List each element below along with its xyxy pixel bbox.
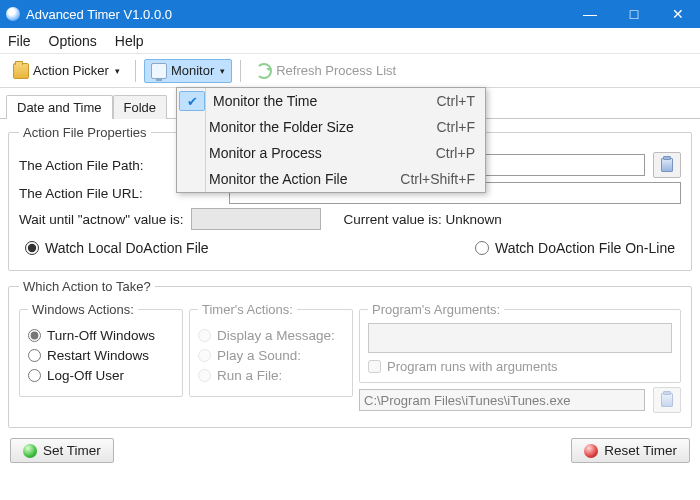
monitor-button[interactable]: Monitor ▾ (144, 59, 232, 83)
folder-icon (13, 63, 29, 79)
menuitem-monitor-action-file[interactable]: Monitor the Action File Ctrl+Shift+F (177, 166, 485, 192)
caret-down-icon: ▾ (220, 66, 225, 76)
inner-legend: Windows Actions: (28, 302, 138, 317)
radio-label: Play a Sound: (217, 348, 301, 363)
inner-legend: Timer's Actions: (198, 302, 297, 317)
button-label: Set Timer (43, 443, 101, 458)
radio-watch-local-label: Watch Local DoAction File (45, 240, 209, 256)
radio-watch-online[interactable]: Watch DoAction File On-Line (475, 240, 675, 256)
textarea-program-arguments (368, 323, 672, 353)
action-picker-button[interactable]: Action Picker ▾ (6, 59, 127, 83)
tab-date-and-time[interactable]: Date and Time (6, 95, 113, 119)
input-run-file-path (359, 389, 645, 411)
monitor-label: Monitor (171, 63, 214, 78)
label-current-value: Current value is: Unknown (343, 212, 501, 227)
maximize-button[interactable]: □ (612, 0, 656, 28)
radio-watch-local-input[interactable] (25, 241, 39, 255)
menuitem-shortcut: Ctrl+Shift+F (400, 171, 475, 187)
file-icon (661, 393, 673, 407)
checkbox-program-runs-with-args-input (368, 360, 381, 373)
toolbar-separator (240, 60, 241, 82)
menuitem-shortcut: Ctrl+F (437, 119, 476, 135)
menuitem-label: Monitor the Action File (203, 171, 400, 187)
menuitem-monitor-time[interactable]: ✔ Monitor the Time Ctrl+T (177, 88, 485, 114)
radio-logoff-user[interactable] (28, 369, 41, 382)
label-wait-until: Wait until "actnow" value is: (19, 212, 183, 227)
menuitem-monitor-folder-size[interactable]: Monitor the Folder Size Ctrl+F (177, 114, 485, 140)
refresh-label: Refresh Process List (276, 63, 396, 78)
group-windows-actions: Windows Actions: Turn-Off Windows Restar… (19, 302, 183, 397)
clear-path-button[interactable] (653, 152, 681, 178)
checkbox-program-runs-with-args: Program runs with arguments (368, 359, 672, 374)
radio-watch-online-label: Watch DoAction File On-Line (495, 240, 675, 256)
browse-file-button (653, 387, 681, 413)
monitor-dropdown: ✔ Monitor the Time Ctrl+T Monitor the Fo… (176, 87, 486, 193)
trash-icon (661, 158, 673, 172)
toolbar-separator (135, 60, 136, 82)
menuitem-label: Monitor the Time (207, 93, 437, 109)
radio-watch-online-input[interactable] (475, 241, 489, 255)
menuitem-shortcut: Ctrl+P (436, 145, 475, 161)
radio-restart-windows[interactable] (28, 349, 41, 362)
radio-turn-off-windows[interactable] (28, 329, 41, 342)
select-actnow-value[interactable] (191, 208, 321, 230)
current-value: Unknown (445, 212, 501, 227)
app-icon (6, 7, 20, 21)
close-button[interactable]: ✕ (656, 0, 700, 28)
dropdown-gutter (205, 88, 206, 192)
monitor-icon (151, 63, 167, 79)
bottom-button-bar: Set Timer Reset Timer (0, 436, 700, 463)
ok-icon (23, 444, 37, 458)
refresh-icon (256, 63, 272, 79)
menu-help[interactable]: Help (115, 33, 144, 49)
window-title: Advanced Timer V1.0.0.0 (26, 7, 568, 22)
toolbar: Action Picker ▾ Monitor ▾ Refresh Proces… (0, 54, 700, 88)
radio-watch-local[interactable]: Watch Local DoAction File (25, 240, 209, 256)
refresh-process-list-button[interactable]: Refresh Process List (249, 59, 403, 83)
window-titlebar: Advanced Timer V1.0.0.0 — □ ✕ (0, 0, 700, 28)
menuitem-shortcut: Ctrl+T (437, 93, 476, 109)
menuitem-label: Monitor the Folder Size (203, 119, 437, 135)
menuitem-label: Monitor a Process (203, 145, 436, 161)
button-label: Reset Timer (604, 443, 677, 458)
menuitem-monitor-process[interactable]: Monitor a Process Ctrl+P (177, 140, 485, 166)
caret-down-icon: ▾ (115, 66, 120, 76)
window-controls: — □ ✕ (568, 0, 700, 28)
radio-label: Log-Off User (47, 368, 124, 383)
menu-options[interactable]: Options (49, 33, 97, 49)
label-action-file-url: The Action File URL: (19, 186, 143, 201)
tab-folder[interactable]: Folde (113, 95, 168, 119)
group-timer-actions: Timer's Actions: Display a Message: Play… (189, 302, 353, 397)
label-action-file-path: The Action File Path: (19, 158, 144, 173)
radio-label: Run a File: (217, 368, 282, 383)
action-picker-label: Action Picker (33, 63, 109, 78)
radio-run-file (198, 369, 211, 382)
group-program-arguments: Program's Arguments: Program runs with a… (359, 302, 681, 383)
minimize-button[interactable]: — (568, 0, 612, 28)
check-icon: ✔ (179, 91, 205, 111)
radio-play-sound (198, 349, 211, 362)
menu-bar: File Options Help (0, 28, 700, 54)
group-which-action: Which Action to Take? Windows Actions: T… (8, 279, 692, 428)
menu-file[interactable]: File (8, 33, 31, 49)
radio-label: Display a Message: (217, 328, 335, 343)
group-legend: Action File Properties (19, 125, 151, 140)
radio-display-message (198, 329, 211, 342)
radio-label: Restart Windows (47, 348, 149, 363)
set-timer-button[interactable]: Set Timer (10, 438, 114, 463)
cancel-icon (584, 444, 598, 458)
radio-label: Turn-Off Windows (47, 328, 155, 343)
reset-timer-button[interactable]: Reset Timer (571, 438, 690, 463)
checkbox-label: Program runs with arguments (387, 359, 558, 374)
group-legend: Which Action to Take? (19, 279, 155, 294)
inner-legend: Program's Arguments: (368, 302, 504, 317)
